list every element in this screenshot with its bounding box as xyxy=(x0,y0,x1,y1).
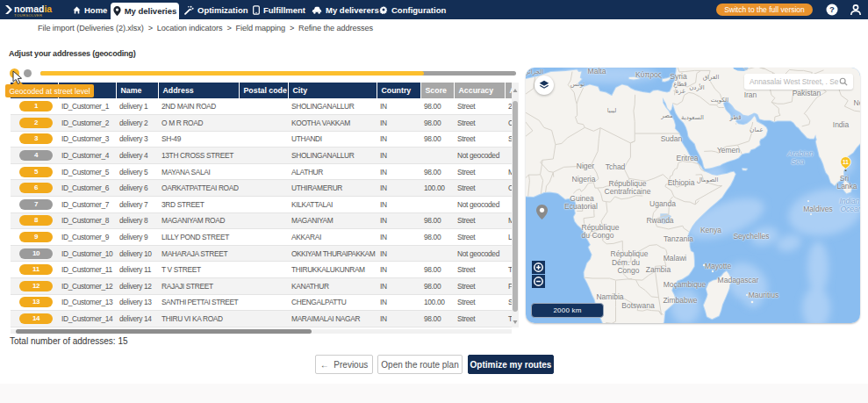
svg-text:TOURSOLVER: TOURSOLVER xyxy=(14,13,42,18)
svg-text:11: 11 xyxy=(843,159,849,165)
svg-text:?: ? xyxy=(829,4,835,14)
